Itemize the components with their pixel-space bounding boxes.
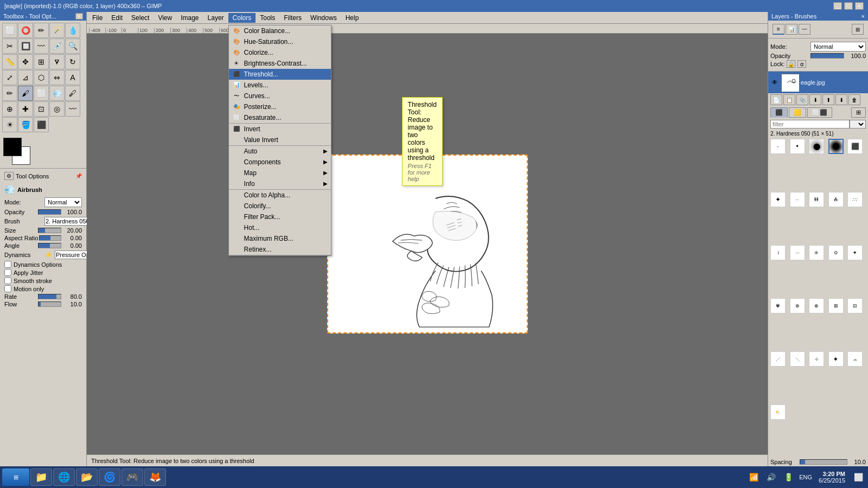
menu-posterize[interactable]: 🎭 Posterize... — [229, 101, 331, 112]
menu-hot[interactable]: Hot... — [229, 222, 331, 233]
smooth-stroke-checkbox[interactable] — [4, 277, 11, 284]
tool-dodge-burn[interactable]: ☀ — [2, 117, 17, 132]
taskbar-explorer-button[interactable]: 📂 — [76, 468, 98, 486]
tool-move[interactable]: ✥ — [18, 54, 33, 69]
tool-ellipse-select[interactable]: ⭕ — [18, 23, 33, 38]
layer-item[interactable]: 👁 eagle.jpg — [768, 72, 868, 93]
brush-item-circle-soft[interactable]: ⬤ — [809, 139, 824, 154]
tool-color-select[interactable]: 💧 — [65, 23, 80, 38]
brush-item-scatter5[interactable]: ≀ — [770, 245, 786, 260]
taskbar-battery-icon[interactable]: 🔋 — [781, 470, 796, 485]
brush-item-texture6[interactable]: ✱ — [828, 351, 844, 367]
menu-curves[interactable]: 〜 Curves... — [229, 91, 331, 101]
tool-zoom[interactable]: 🔍 — [65, 38, 80, 54]
brushes-tab[interactable]: ⬛ — [770, 107, 788, 118]
menu-info[interactable]: Info ▶ — [229, 178, 331, 189]
maximize-button[interactable]: □ — [844, 2, 853, 10]
menu-edit[interactable]: Edit — [107, 12, 127, 23]
menu-filter-pack[interactable]: Filter Pack... — [229, 211, 331, 222]
channels-view-button[interactable]: 📊 — [786, 24, 797, 35]
brush-item-texture3[interactable]: ⋰ — [770, 351, 786, 367]
brush-item-organic5[interactable]: ⊛ — [790, 298, 805, 313]
gradients-tab[interactable]: ⬜⬛ — [807, 107, 832, 118]
brush-item-organic4[interactable]: ✾ — [770, 298, 786, 313]
brush-item-scatter2[interactable]: ⁑⁑ — [809, 192, 824, 207]
tool-rotate[interactable]: ↻ — [65, 54, 80, 69]
lock-alpha-icon[interactable]: α — [797, 60, 806, 68]
brush-item-dot-small[interactable]: · — [770, 139, 786, 154]
tool-clone[interactable]: ⊕ — [2, 101, 17, 117]
tool-eraser[interactable]: ⬜ — [34, 86, 49, 101]
brush-item-hardness-selected[interactable] — [828, 139, 844, 154]
tool-scissors[interactable]: ✂ — [2, 38, 17, 54]
brushes-filter-select[interactable] — [850, 120, 866, 129]
menu-tools[interactable]: Tools — [256, 12, 279, 23]
new-layer-from-visible-button[interactable]: 📋 — [783, 94, 795, 105]
duplicate-layer-button[interactable]: 📎 — [796, 94, 808, 105]
brush-item-circle-large[interactable]: ⬛ — [847, 139, 863, 154]
dynamics-options-checkbox[interactable] — [4, 261, 11, 268]
brushes-collapse-button[interactable]: ⊞ — [851, 107, 866, 118]
brush-item-organic3[interactable]: ⁕ — [847, 245, 863, 260]
menu-file[interactable]: File — [88, 12, 107, 23]
motion-only-checkbox[interactable] — [4, 285, 11, 292]
menu-color-balance[interactable]: 🎨 Color Balance... — [229, 25, 331, 36]
merge-down-button[interactable]: ⬇ — [809, 94, 821, 105]
start-button[interactable]: ⊞ — [2, 468, 29, 486]
menu-view[interactable]: View — [154, 12, 176, 23]
tool-color-picker[interactable]: 💉 — [49, 38, 65, 54]
taskbar-language-icon[interactable]: ENG — [798, 470, 813, 485]
taskbar-gimp-button[interactable]: 🦊 — [144, 468, 166, 486]
tool-bucket-fill[interactable]: 🪣 — [18, 117, 33, 132]
tool-scale[interactable]: ⤢ — [2, 70, 17, 85]
foreground-color-swatch[interactable] — [3, 138, 22, 156]
patterns-tab[interactable]: 🟨 — [789, 107, 806, 118]
tool-rect-select[interactable]: ⬜ — [2, 23, 17, 38]
tool-blur-sharpen[interactable]: ◎ — [49, 101, 65, 117]
brush-item-scatter6[interactable]: ⋯ — [790, 245, 805, 260]
menu-image[interactable]: Image — [176, 12, 203, 23]
menu-levels[interactable]: 📊 Levels... — [229, 80, 331, 91]
layers-view-button[interactable]: ≡ — [773, 24, 784, 35]
brush-item-dot-medium[interactable]: • — [790, 139, 805, 154]
taskbar-show-desktop-button[interactable]: ⬜ — [851, 470, 866, 485]
layer-visibility-icon[interactable]: 👁 — [770, 78, 779, 87]
brushes-filter-input[interactable] — [770, 120, 850, 129]
tool-blend[interactable]: ⬛ — [34, 117, 49, 132]
tool-perspective[interactable]: ⬡ — [34, 70, 49, 85]
taskbar-files-button[interactable]: 📁 — [30, 468, 52, 486]
brush-item-scatter4[interactable]: ∴∵ — [847, 192, 863, 207]
tool-options-collapse[interactable]: 📌 — [75, 173, 82, 179]
menu-components[interactable]: Components ▶ — [229, 157, 331, 168]
menu-colorify[interactable]: Colorify... — [229, 201, 331, 211]
menu-brightness-contrast[interactable]: ☀ Brightness-Contrast... — [229, 58, 331, 69]
tool-ink[interactable]: 🖋 — [65, 86, 80, 101]
taskbar-sound-icon[interactable]: 🔊 — [763, 470, 778, 485]
tool-heal[interactable]: ✚ — [18, 101, 33, 117]
tool-measure[interactable]: 📏 — [2, 54, 17, 69]
move-layer-down-button[interactable]: ⬇ — [835, 94, 847, 105]
brush-item-organic1[interactable]: ❀ — [809, 245, 824, 260]
taskbar-wifi-icon[interactable]: 📶 — [746, 470, 761, 485]
tool-airbrush[interactable]: 💨 — [49, 86, 65, 101]
tool-smudge[interactable]: 〰 — [65, 101, 80, 117]
brush-item-scatter3[interactable]: ⁂ — [828, 192, 844, 207]
color-swatches[interactable] — [3, 138, 30, 165]
menu-retinex[interactable]: Retinex... — [229, 244, 331, 255]
opacity-slider[interactable] — [38, 209, 61, 215]
panel-auto-button[interactable]: ⊞ — [852, 24, 864, 35]
tool-text[interactable]: A — [65, 70, 80, 85]
brush-item-organic6[interactable]: ⊕ — [809, 298, 824, 313]
menu-colorize[interactable]: 🎨 Colorize... — [229, 47, 331, 58]
right-panel-close-button[interactable]: × — [861, 13, 865, 20]
flow-slider[interactable] — [38, 301, 61, 307]
menu-hue-saturation[interactable]: 🎨 Hue-Saturation... — [229, 36, 331, 47]
tool-align[interactable]: ⊞ — [34, 54, 49, 69]
paths-view-button[interactable]: 〰 — [799, 24, 810, 35]
apply-jitter-checkbox[interactable] — [4, 269, 11, 276]
tool-fuzzy-select[interactable]: 🪄 — [49, 23, 65, 38]
menu-help[interactable]: Help — [341, 12, 363, 23]
tool-flip[interactable]: ⇔ — [49, 70, 65, 85]
move-layer-up-button[interactable]: ⬆ — [822, 94, 834, 105]
rate-slider[interactable] — [38, 294, 61, 299]
